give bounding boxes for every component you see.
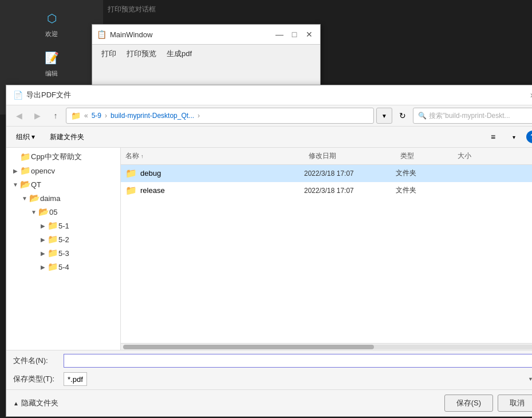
organize-button[interactable]: 组织 ▾ [11, 130, 40, 144]
scrollbar-thumb [123, 345, 374, 349]
sort-arrow-icon: ↑ [141, 153, 144, 159]
folder-icon-cpp: 📁 [20, 152, 31, 162]
file-list: 📁 debug 2022/3/18 17:07 文件夹 📁 release 20… [121, 165, 532, 343]
tree-item-opencv[interactable]: ▶ 📁 opencv [6, 164, 120, 178]
cancel-button[interactable]: 取消 [498, 395, 532, 412]
hide-folder-button[interactable]: ▲ 隐藏文件夹 [13, 398, 58, 408]
sidebar-item-edit[interactable]: 📝 编辑 [34, 44, 69, 81]
main-window-icon: 📋 [97, 30, 107, 39]
action-row: ▲ 隐藏文件夹 保存(S) 取消 [6, 389, 532, 416]
tree-item-05[interactable]: ▼ 📂 05 [6, 205, 120, 219]
sidebar-item-welcome[interactable]: ⬡ 欢迎 [34, 5, 69, 42]
filetype-label: 保存类型(T): [13, 374, 59, 384]
left-tree-panel: 📁 Cpp中文帮助文 ▶ 📁 opencv ▼ 📂 QT ▼ 📂 daima [6, 148, 121, 350]
tree-item-5-1[interactable]: ▶ 📁 5-1 [6, 219, 120, 232]
filetype-select[interactable]: *.pdf [64, 372, 87, 386]
tree-item-5-2[interactable]: ▶ 📁 5-2 [6, 232, 120, 246]
folder-icon-05: 📂 [38, 207, 49, 217]
tree-item-daima[interactable]: ▼ 📂 daima [6, 191, 120, 205]
col-header-name[interactable]: 名称 ↑ [121, 150, 304, 162]
nav-bar: ◀ ▶ ↑ 📁 « 5-9 › build-myprint-Desktop_Qt… [6, 105, 532, 127]
nav-back-button[interactable]: ◀ [11, 108, 27, 124]
menu-generate-pdf[interactable]: 生成pdf [162, 47, 196, 61]
dialog-titlebar: 📄 导出PDF文件 › [6, 85, 532, 105]
maximize-button[interactable]: □ [288, 28, 301, 41]
bottom-area: 文件名(N): 保存类型(T): *.pdf ▲ 隐藏文件夹 保存(S) [6, 350, 532, 416]
folder-icon-5-2: 📁 [48, 234, 58, 245]
filename-row: 文件名(N): [6, 350, 532, 371]
menu-print-preview[interactable]: 打印预览 [122, 47, 161, 61]
folder-icon-daima: 📂 [29, 193, 40, 203]
search-icon: 🔍 [418, 112, 427, 120]
search-placeholder-text: 搜索"build-myprint-Deskt... [429, 111, 510, 121]
address-folder-icon: 📁 [71, 111, 81, 120]
view-dropdown-button[interactable]: ▾ [506, 129, 522, 145]
toolbar: 组织 ▾ 新建文件夹 ≡ ▾ ? [6, 127, 532, 148]
save-button[interactable]: 保存(S) [444, 395, 493, 412]
content-area: 📁 Cpp中文帮助文 ▶ 📁 opencv ▼ 📂 QT ▼ 📂 daima [6, 148, 532, 350]
tree-item-5-4[interactable]: ▶ 📁 5-4 [6, 260, 120, 274]
main-window-title: 📋 MainWindow [97, 30, 152, 39]
address-dropdown-button[interactable]: ▼ [376, 108, 392, 124]
welcome-icon: ⬡ [41, 8, 62, 29]
folder-icon-5-4: 📁 [48, 262, 58, 272]
col-header-date[interactable]: 修改日期 [304, 150, 396, 162]
address-bar[interactable]: 📁 « 5-9 › build-myprint-Desktop_Qt... › [66, 108, 374, 124]
main-window-menu: 打印 打印预览 生成pdf [92, 45, 320, 63]
tree-item-qt[interactable]: ▼ 📂 QT [6, 178, 120, 191]
file-name-debug: 📁 debug [121, 168, 304, 179]
save-cancel-buttons: 保存(S) 取消 [444, 395, 532, 412]
dialog-close-area: › [527, 90, 532, 100]
filename-label: 文件名(N): [13, 356, 59, 366]
view-button[interactable]: ≡ [485, 129, 501, 145]
menu-print[interactable]: 打印 [97, 47, 121, 61]
folder-icon-debug: 📁 [125, 168, 137, 179]
file-name-release: 📁 release [121, 185, 304, 196]
search-box[interactable]: 🔍 搜索"build-myprint-Deskt... [413, 108, 532, 124]
file-row-release[interactable]: 📁 release 2022/3/18 17:07 文件夹 [121, 182, 532, 199]
address-part-1[interactable]: 5-9 [92, 112, 101, 120]
scrollbar-track [123, 345, 532, 349]
right-file-panel: 名称 ↑ 修改日期 类型 大小 📁 [121, 148, 532, 350]
folder-icon-release: 📁 [125, 185, 137, 196]
folder-icon-5-1: 📁 [48, 220, 58, 231]
minimize-button[interactable]: — [273, 28, 286, 41]
filetype-select-wrap: *.pdf [64, 372, 532, 386]
folder-icon-qt: 📂 [20, 179, 31, 190]
horizontal-scrollbar[interactable] [121, 343, 532, 350]
dialog-title: 📄 导出PDF文件 [13, 90, 71, 100]
filetype-row: 保存类型(T): *.pdf [6, 371, 532, 389]
dialog-pdf-icon: 📄 [13, 90, 23, 100]
filename-input[interactable] [64, 354, 532, 368]
edit-icon: 📝 [41, 48, 62, 68]
folder-icon-5-3: 📁 [48, 248, 58, 258]
nav-up-button[interactable]: ↑ [48, 108, 64, 124]
dialog-chevron-icon: › [527, 90, 532, 100]
file-dialog: 📄 导出PDF文件 › ◀ ▶ ↑ 📁 « 5-9 › build-myprin… [6, 85, 532, 417]
tree-item-5-3[interactable]: ▶ 📁 5-3 [6, 246, 120, 260]
view-icon: ≡ [491, 132, 495, 141]
file-row-debug[interactable]: 📁 debug 2022/3/18 17:07 文件夹 [121, 165, 532, 182]
tree-item-cpp[interactable]: 📁 Cpp中文帮助文 [6, 150, 120, 164]
col-header-type[interactable]: 类型 [396, 150, 453, 162]
col-header-size[interactable]: 大小 [453, 150, 499, 162]
help-button[interactable]: ? [526, 131, 532, 143]
column-header-row: 名称 ↑ 修改日期 类型 大小 [121, 148, 532, 165]
main-window-titlebar: 📋 MainWindow — □ ✕ [92, 25, 320, 45]
close-button[interactable]: ✕ [303, 28, 316, 41]
address-part-2[interactable]: build-myprint-Desktop_Qt... [111, 112, 194, 120]
window-controls: — □ ✕ [273, 28, 316, 41]
new-folder-button[interactable]: 新建文件夹 [45, 130, 89, 144]
main-window-dialog: 📋 MainWindow — □ ✕ 打印 打印预览 生成pdf [92, 24, 321, 87]
nav-forward-button[interactable]: ▶ [29, 108, 45, 124]
folder-icon-opencv: 📁 [20, 165, 31, 176]
toggle-arrow-icon: ▲ [13, 400, 19, 407]
refresh-button[interactable]: ↻ [395, 108, 411, 124]
